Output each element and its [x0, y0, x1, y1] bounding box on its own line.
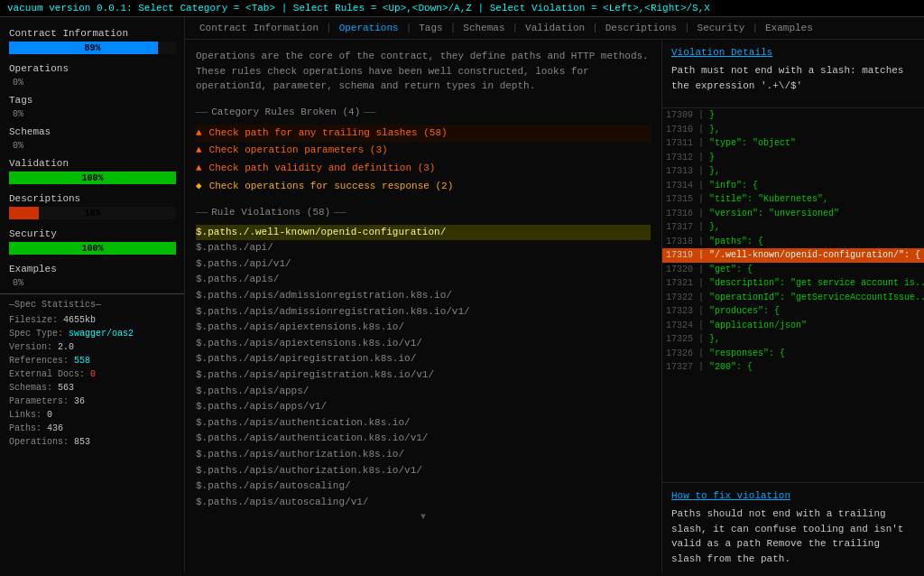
sidebar-section-examples[interactable]: Examples0% [0, 260, 184, 292]
violation-item[interactable]: $.paths./apis/ [196, 272, 651, 288]
code-line-number: 17314 | [666, 179, 709, 193]
code-line: 17319 | "/.well-known/openid-configurati… [662, 248, 924, 263]
violation-item[interactable]: $.paths./apis/authorization.k8s.io/v1/ [196, 463, 651, 479]
nav-tab-security[interactable]: Security [692, 23, 751, 33]
rule-violations-header: Rule Violations (58) [196, 207, 651, 218]
code-line: 17315 | "title": "Kubernetes", [662, 192, 924, 207]
content-area: Operations are the core of the contract,… [185, 40, 924, 573]
how-to-fix-panel: How to fix violation Paths should not en… [662, 482, 924, 573]
sidebar-bar-security: 100% [9, 242, 176, 255]
spec-stat-item: Parameters: 36 [9, 395, 175, 408]
code-line-number: 17319 | [666, 248, 709, 263]
topbar-text: vacuum version 0.0.1: Select Category = … [7, 3, 710, 14]
violation-item[interactable]: $.paths./apis/apps/ [196, 384, 651, 400]
code-line-content: "info": { [709, 179, 758, 193]
rule-item-trailing-slashes[interactable]: ▲Check path for any trailing slashes (58… [196, 125, 651, 143]
violation-item[interactable]: $.paths./apis/admissionregistration.k8s.… [196, 304, 651, 321]
code-line-number: 17325 | [666, 332, 709, 347]
nav-tab-contract-info[interactable]: Contract Information [194, 23, 324, 33]
code-line-number: 17311 | [666, 136, 709, 151]
violation-item[interactable]: $.paths./apis/autoscaling/ [196, 478, 651, 495]
violation-item[interactable]: $.paths./.well-known/openid-configuratio… [196, 225, 651, 241]
nav-separator: | [590, 23, 600, 33]
nav-tab-schemas[interactable]: Schemas [457, 23, 510, 33]
sidebar-label-contract-info: Contract Information [9, 28, 175, 39]
code-line: 17321 | "description": "get service acco… [662, 276, 924, 291]
code-line: 17318 | "paths": { [662, 235, 924, 249]
sidebar-section-operations[interactable]: Operations0% [0, 60, 184, 91]
violation-item[interactable]: $.paths./apis/apiextensions.k8s.io/v1/ [196, 336, 651, 352]
sidebar-label-validation: Validation [9, 158, 175, 169]
violation-item[interactable]: $.paths./apis/authentication.k8s.io/v1/ [196, 431, 651, 447]
code-line: 17314 | "info": { [662, 179, 924, 193]
code-line-content: }, [709, 220, 720, 235]
violation-item[interactable]: $.paths./apis/apiregistration.k8s.io/v1/ [196, 367, 651, 384]
rule-label: Check path for any trailing slashes (58) [209, 125, 448, 143]
sidebar-section-tags[interactable]: Tags0% [0, 91, 184, 123]
spec-stat-item: Spec Type: swagger/oas2 [9, 327, 175, 340]
rule-item-path-validity[interactable]: ▲Check path validity and definition (3) [196, 160, 651, 178]
violation-details-desc: Path must not end with a slash: matches … [671, 63, 915, 93]
code-line-content: "type": "object" [709, 136, 796, 151]
code-line-content: "responses": { [709, 347, 785, 361]
violation-item[interactable]: $.paths./apis/authentication.k8s.io/ [196, 415, 651, 432]
violation-item[interactable]: $.paths./apis/authorization.k8s.io/ [196, 447, 651, 463]
sidebar-section-descriptions[interactable]: Descriptions18% [0, 190, 184, 225]
sidebar-section-security[interactable]: Security100% [0, 225, 184, 260]
spec-stat-item: Version: 2.0 [9, 340, 175, 354]
spec-stat-item: Schemas: 563 [9, 381, 175, 395]
sidebar-label-descriptions: Descriptions [9, 193, 175, 204]
code-line: 17326 | "responses": { [662, 347, 924, 361]
center-content: Operations are the core of the contract,… [185, 40, 662, 573]
rule-label: Check operation parameters (3) [209, 142, 388, 160]
code-view: 17309 | }17310 | },17311 | "type": "obje… [662, 108, 924, 482]
violation-item[interactable]: $.paths./apis/apps/v1/ [196, 399, 651, 415]
rule-label: Check path validity and definition (3) [209, 160, 436, 178]
category-rules-list: ▲Check path for any trailing slashes (58… [196, 125, 651, 196]
nav-separator: | [404, 23, 414, 33]
diamond-icon: ◆ [196, 178, 202, 196]
code-line: 17312 | } [662, 151, 924, 165]
nav-tab-tags[interactable]: Tags [413, 23, 448, 33]
nav-tab-descriptions[interactable]: Descriptions [600, 23, 682, 33]
rule-item-op-parameters[interactable]: ▲Check operation parameters (3) [196, 142, 651, 160]
code-line-number: 17326 | [666, 347, 709, 361]
code-line-content: } [709, 151, 715, 165]
code-line-content: } [709, 108, 715, 123]
warn-icon: ▲ [196, 125, 202, 143]
sidebar-label-security: Security [9, 228, 175, 239]
nav-tabs: Contract Information | Operations | Tags… [185, 17, 924, 40]
sidebar: Contract Information89%Operations0%Tags0… [0, 17, 185, 573]
code-line: 17316 | "version": "unversioned" [662, 207, 924, 221]
spec-stats-title: —Spec Statistics— [9, 300, 175, 310]
sidebar-section-contract-info[interactable]: Contract Information89% [0, 24, 184, 60]
violation-item[interactable]: $.paths./api/v1/ [196, 256, 651, 273]
nav-tab-validation[interactable]: Validation [520, 23, 590, 33]
code-line: 17325 | }, [662, 332, 924, 347]
nav-separator: | [682, 23, 692, 33]
violation-item[interactable]: $.paths./apis/admissionregistration.k8s.… [196, 288, 651, 304]
code-line-content: "version": "unversioned" [709, 207, 839, 221]
code-line: 17317 | }, [662, 220, 924, 235]
code-line: 17324 | "application/json" [662, 319, 924, 333]
violation-item[interactable]: $.paths./apis/autoscaling/v1/ [196, 495, 651, 511]
violation-item[interactable]: $.paths./apis/apiextensions.k8s.io/ [196, 320, 651, 336]
code-line-content: "title": "Kubernetes", [709, 192, 828, 207]
code-line-number: 17309 | [666, 108, 709, 123]
nav-separator: | [324, 23, 334, 33]
description-text: Operations are the core of the contract,… [196, 49, 651, 94]
nav-tab-operations[interactable]: Operations [334, 23, 404, 33]
nav-tab-examples[interactable]: Examples [760, 23, 818, 33]
rule-item-success-response[interactable]: ◆Check operations for success response (… [196, 178, 651, 196]
code-line: 17309 | } [662, 108, 924, 123]
code-line: 17320 | "get": { [662, 263, 924, 277]
sidebar-section-validation[interactable]: Validation100% [0, 154, 184, 190]
violation-item[interactable]: $.paths./apis/apiregistration.k8s.io/ [196, 351, 651, 367]
code-line-number: 17312 | [666, 151, 709, 165]
nav-separator: | [448, 23, 458, 33]
violation-item[interactable]: $.paths./api/ [196, 240, 651, 256]
sidebar-section-schemas[interactable]: Schemas0% [0, 123, 184, 154]
code-line-content: "description": "get service account is..… [709, 276, 924, 291]
sidebar-label-tags: Tags [9, 95, 175, 106]
code-line-content: "operationId": "getServiceAccountIssue..… [709, 291, 924, 305]
